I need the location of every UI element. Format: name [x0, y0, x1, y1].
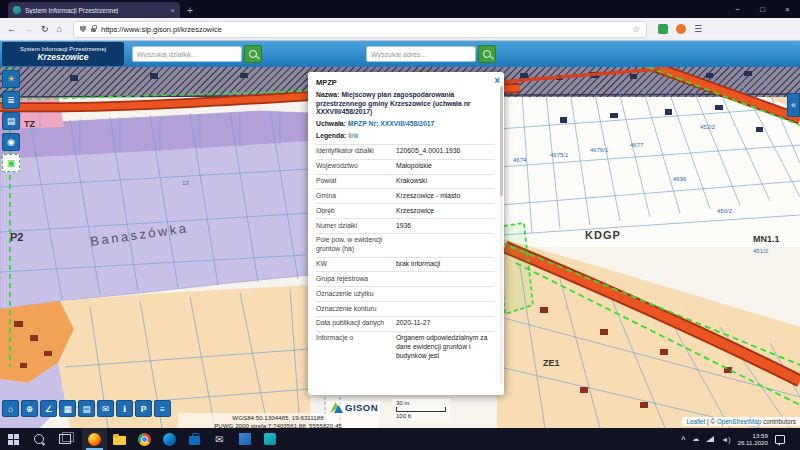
tracking-shield-icon[interactable]	[80, 26, 86, 33]
taskbar-app-firefox[interactable]	[82, 428, 107, 450]
search-icon	[249, 50, 257, 58]
search-icon	[483, 50, 491, 58]
tab-close-icon[interactable]: ×	[170, 6, 175, 15]
map-info-button[interactable]: ℹ	[116, 400, 133, 417]
desktop-screen: System Informacji Przestrzennej × + − □ …	[0, 0, 800, 450]
windows-taskbar: ✉ ^ ☁ ◄) 13:59 26.11.2020	[0, 428, 800, 450]
measure-distance-button[interactable]: ∠	[40, 400, 57, 417]
tool-print-button[interactable]: ▤	[2, 112, 20, 130]
sip-header: System Informacji Przestrzennej Krzeszow…	[0, 41, 800, 67]
extension-icon-other[interactable]	[676, 24, 686, 34]
app-icon	[264, 433, 276, 445]
table-row: Informacje oOrganem odpowiedzialnym za d…	[316, 331, 494, 363]
table-row: Grupa rejestrowa	[316, 271, 494, 286]
padlock-icon[interactable]	[91, 28, 96, 32]
bottom-toolbar: ⌂ ⊕ ∠ ▦ ▤ ✉ ℹ P ≡	[2, 400, 171, 417]
onedrive-icon[interactable]: ☁	[692, 435, 699, 443]
tool-basemap-button[interactable]: ☀	[2, 70, 20, 88]
scale-line	[396, 407, 446, 412]
window-close-button[interactable]: ×	[775, 0, 800, 18]
mail-icon: ✉	[215, 434, 223, 445]
window-minimize-button[interactable]: −	[725, 0, 750, 18]
extension-icon-adblock[interactable]	[658, 24, 668, 34]
browser-tab-bar: System Informacji Przestrzennej × + − □ …	[0, 0, 800, 18]
tool-identify-button[interactable]: ▣	[2, 154, 20, 172]
svg-text:4677: 4677	[630, 142, 644, 148]
osm-link[interactable]: OpenStreetMap	[717, 418, 761, 425]
popup-scrollbar[interactable]	[500, 86, 503, 384]
taskbar-search-button[interactable]	[26, 428, 52, 450]
forward-button[interactable]: →	[24, 24, 33, 34]
coordinates-readout: WGS84:50.1304485, 19.6311188 PUWG 2000 s…	[178, 413, 378, 428]
left-toolbar: ☀ ≣ ▤ ◉ ▣	[2, 70, 20, 172]
action-center-icon[interactable]	[775, 435, 785, 444]
taskbar-app-store[interactable]	[182, 428, 207, 450]
svg-text:4675/1: 4675/1	[550, 152, 569, 158]
zone-label-p2: P2	[10, 231, 23, 243]
table-row: Oznaczenie użytku	[316, 286, 494, 301]
map-parking-button[interactable]: P	[135, 400, 152, 417]
taskbar-app-explorer[interactable]	[107, 428, 132, 450]
search-parcel-input[interactable]	[132, 46, 242, 62]
bookmark-star-icon[interactable]: ☆	[633, 25, 640, 34]
svg-text:452/2: 452/2	[700, 124, 716, 130]
map-zoom-box-button[interactable]: ⊕	[21, 400, 38, 417]
popup-close-icon[interactable]: ×	[494, 74, 500, 87]
search-parcel-button[interactable]	[244, 45, 262, 63]
back-button[interactable]: ←	[7, 24, 16, 34]
taskbar-app-chrome[interactable]	[132, 428, 157, 450]
map-print-button[interactable]: ▤	[78, 400, 95, 417]
map-home-button[interactable]: ⌂	[2, 400, 19, 417]
home-button[interactable]: ⌂	[57, 24, 62, 34]
table-row: WojewództwoMałopolskie	[316, 159, 494, 174]
new-tab-button[interactable]: +	[187, 5, 193, 16]
start-button[interactable]	[0, 428, 26, 450]
url-field[interactable]: https://www.sip.gison.pl/krzeszowice ☆	[73, 21, 647, 38]
popup-nazwa: Nazwa:Miejscowy plan zagospodarowania pr…	[316, 91, 494, 117]
svg-text:450/2: 450/2	[717, 208, 733, 214]
sip-logo-line2: Krzeszowice	[37, 52, 88, 62]
browser-menu-icon[interactable]: ☰	[694, 24, 702, 34]
tool-locate-button[interactable]: ◉	[2, 133, 20, 151]
svg-text:451/2: 451/2	[753, 248, 769, 254]
tool-layers-button[interactable]: ≣	[2, 91, 20, 109]
taskbar-clock[interactable]: 13:59 26.11.2020	[737, 432, 768, 447]
map-mail-button[interactable]: ✉	[97, 400, 114, 417]
reload-button[interactable]: ↻	[41, 24, 49, 34]
search-address-input[interactable]	[366, 46, 476, 62]
sip-logo[interactable]: System Informacji Przestrzennej Krzeszow…	[2, 42, 124, 66]
taskbar-app-photos[interactable]	[232, 428, 257, 450]
table-row: KWbrak informacji	[316, 257, 494, 272]
table-row: Data publikacji danych2020-11-27	[316, 316, 494, 331]
collapse-panel-button[interactable]: «	[787, 93, 800, 117]
browser-tab[interactable]: System Informacji Przestrzennej ×	[8, 2, 180, 18]
network-icon[interactable]	[706, 436, 714, 442]
search-address-button[interactable]	[478, 45, 496, 63]
clock-time: 13:59	[737, 432, 768, 439]
tray-expand-icon[interactable]: ^	[681, 436, 685, 443]
leaflet-link[interactable]: Leaflet	[686, 418, 705, 425]
scale-metric: 30 m	[396, 400, 446, 406]
folder-icon	[113, 436, 126, 445]
taskbar-app-other[interactable]	[257, 428, 282, 450]
svg-text:4674: 4674	[513, 157, 527, 163]
popup-uchwala: Uchwała:MPZP Nr: XXXVIII/458/2017	[316, 120, 494, 129]
uchwala-link[interactable]: MPZP Nr: XXXVIII/458/2017	[348, 120, 434, 127]
url-text: https://www.sip.gison.pl/krzeszowice	[101, 25, 628, 34]
popup-legenda: Legenda:link	[316, 132, 494, 141]
table-row: Identyfikator działki120605_4.0001.1936	[316, 144, 494, 159]
mpzp-popup: × MPZP Nazwa:Miejscowy plan zagospodarow…	[308, 72, 504, 395]
attribute-table-button[interactable]: ≡	[154, 400, 171, 417]
photos-icon	[239, 433, 251, 445]
window-maximize-button[interactable]: □	[750, 0, 775, 18]
task-view-button[interactable]	[52, 428, 78, 450]
table-row: ObrębKrzeszowice	[316, 203, 494, 218]
task-view-icon	[59, 434, 71, 444]
table-row: PowiatKrakowski	[316, 174, 494, 189]
legenda-link[interactable]: link	[348, 132, 358, 139]
taskbar-app-mail[interactable]: ✉	[207, 428, 232, 450]
volume-icon[interactable]: ◄)	[721, 436, 730, 443]
svg-text:4696: 4696	[673, 176, 687, 182]
taskbar-app-edge[interactable]	[157, 428, 182, 450]
measure-area-button[interactable]: ▦	[59, 400, 76, 417]
